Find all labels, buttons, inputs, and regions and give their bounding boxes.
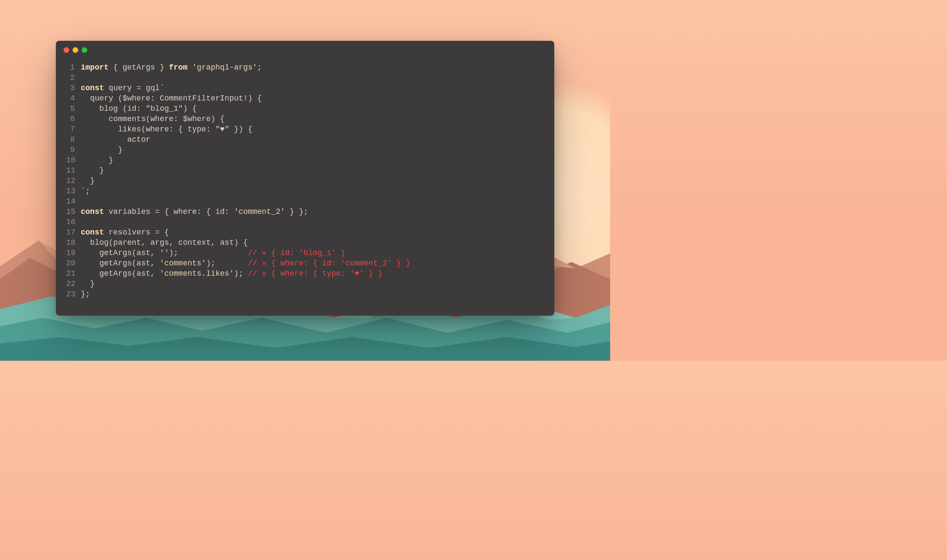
code-content: } [81, 165, 104, 176]
code-content: getArgs(ast, ''); // » { id: 'blog_1' } [81, 248, 345, 258]
line-number: 14 [66, 196, 81, 207]
line-number: 2 [66, 73, 81, 83]
code-token-keyword: const [81, 84, 104, 92]
code-line: 14 [66, 196, 544, 207]
line-number: 3 [66, 83, 81, 93]
code-line: 6 comments(where: $where) { [66, 114, 544, 124]
code-token-comment: // » { where: { type: '♥' } } [248, 269, 382, 278]
line-number: 21 [66, 268, 81, 279]
code-token-default: variables = { where: { id: [104, 207, 234, 216]
line-number: 6 [66, 114, 81, 124]
code-content: `; [81, 186, 90, 196]
code-token-default: } [81, 166, 104, 175]
line-number: 13 [66, 186, 81, 196]
code-content: getArgs(ast, 'comments'); // » { where: … [81, 258, 410, 268]
code-token-string: 'graphql-args' [192, 63, 257, 72]
code-line: 8 actor [66, 134, 544, 145]
code-line: 15const variables = { where: { id: 'comm… [66, 207, 544, 217]
code-token-default: comments(where: $where) { [81, 115, 225, 123]
code-token-default: } [81, 177, 95, 185]
code-line: 17const resolvers = { [66, 227, 544, 237]
code-content: }; [81, 289, 90, 299]
code-token-default: getArgs(ast, [81, 249, 160, 257]
code-token-keyword: from [169, 63, 187, 72]
code-token-default: ); [169, 249, 248, 257]
code-line: 3const query = gql` [66, 83, 544, 93]
code-token-default: } [81, 146, 122, 154]
close-button[interactable] [64, 47, 69, 53]
code-content: import { getArgs } from 'graphql-args'; [81, 62, 262, 73]
code-token-default: ); [206, 259, 248, 268]
code-line: 13`; [66, 186, 544, 196]
code-token-default: likes(where: { type: "♥" }) { [81, 125, 253, 134]
code-token-default: ; [257, 63, 262, 72]
code-content: comments(where: $where) { [81, 114, 225, 124]
code-token-default: }; [81, 290, 90, 298]
code-content: const resolvers = { [81, 227, 169, 237]
code-content: } [81, 279, 95, 289]
code-line: 9 } [66, 145, 544, 155]
line-number: 18 [66, 237, 81, 248]
code-token-comment: // » { where: { id: 'comment_2' } } [248, 259, 410, 268]
code-content: const variables = { where: { id: 'commen… [81, 207, 308, 217]
line-number: 15 [66, 207, 81, 217]
line-number: 17 [66, 227, 81, 237]
zoom-button[interactable] [82, 47, 87, 53]
line-number: 12 [66, 176, 81, 186]
line-number: 20 [66, 258, 81, 268]
code-token-default [187, 63, 192, 72]
line-number: 5 [66, 103, 81, 114]
code-content: blog (id: "blog_1") { [81, 103, 197, 114]
line-number: 23 [66, 289, 81, 299]
code-content: const query = gql` [81, 83, 164, 93]
code-token-default: query ($where: CommentFilterInput!) { [81, 94, 262, 103]
code-content: getArgs(ast, 'comments.likes'); // » { w… [81, 268, 382, 279]
code-line: 4 query ($where: CommentFilterInput!) { [66, 93, 544, 103]
code-token-keyword: const [81, 207, 104, 216]
code-token-default: resolvers = { [104, 228, 169, 237]
code-line: 18 blog(parent, args, context, ast) { [66, 237, 544, 248]
code-token-default: `; [81, 187, 90, 195]
line-number: 8 [66, 134, 81, 145]
code-line: 20 getArgs(ast, 'comments'); // » { wher… [66, 258, 544, 268]
code-token-default: blog(parent, args, context, ast) { [81, 238, 248, 247]
code-token-default: blog (id: "blog_1") { [81, 104, 197, 113]
line-number: 19 [66, 248, 81, 258]
line-number: 1 [66, 62, 81, 73]
code-line: 2 [66, 73, 544, 83]
line-number: 11 [66, 165, 81, 176]
code-line: 19 getArgs(ast, ''); // » { id: 'blog_1'… [66, 248, 544, 258]
code-token-default: } [81, 156, 113, 164]
code-token-string: 'comment_2' [234, 207, 285, 216]
code-token-default: getArgs(ast, [81, 269, 160, 278]
code-content: actor [81, 134, 150, 145]
code-token-keyword: const [81, 228, 104, 237]
code-line: 23}; [66, 289, 544, 299]
minimize-button[interactable] [73, 47, 78, 53]
code-token-string: '' [160, 249, 169, 257]
code-token-default: } }; [285, 207, 308, 216]
line-number: 22 [66, 279, 81, 289]
line-number: 9 [66, 145, 81, 155]
window-titlebar [56, 41, 554, 59]
code-line: 16 [66, 217, 544, 227]
code-editor-window: 1import { getArgs } from 'graphql-args';… [56, 41, 554, 316]
code-content: query ($where: CommentFilterInput!) { [81, 93, 262, 103]
code-token-comment: // » { id: 'blog_1' } [248, 249, 345, 257]
code-token-default: ); [234, 269, 247, 278]
code-content: } [81, 145, 122, 155]
line-number: 4 [66, 93, 81, 103]
code-token-default: } [81, 280, 95, 288]
code-area[interactable]: 1import { getArgs } from 'graphql-args';… [56, 59, 554, 299]
code-token-string: 'comments.likes' [160, 269, 234, 278]
code-line: 11 } [66, 165, 544, 176]
line-number: 16 [66, 217, 81, 227]
code-content: } [81, 155, 113, 165]
code-token-default: getArgs(ast, [81, 259, 160, 268]
code-token-default: actor [81, 135, 150, 144]
line-number: 10 [66, 155, 81, 165]
code-token-default: { getArgs } [109, 63, 169, 72]
code-token-string: 'comments' [160, 259, 206, 268]
code-line: 1import { getArgs } from 'graphql-args'; [66, 62, 544, 73]
code-content: blog(parent, args, context, ast) { [81, 237, 248, 248]
